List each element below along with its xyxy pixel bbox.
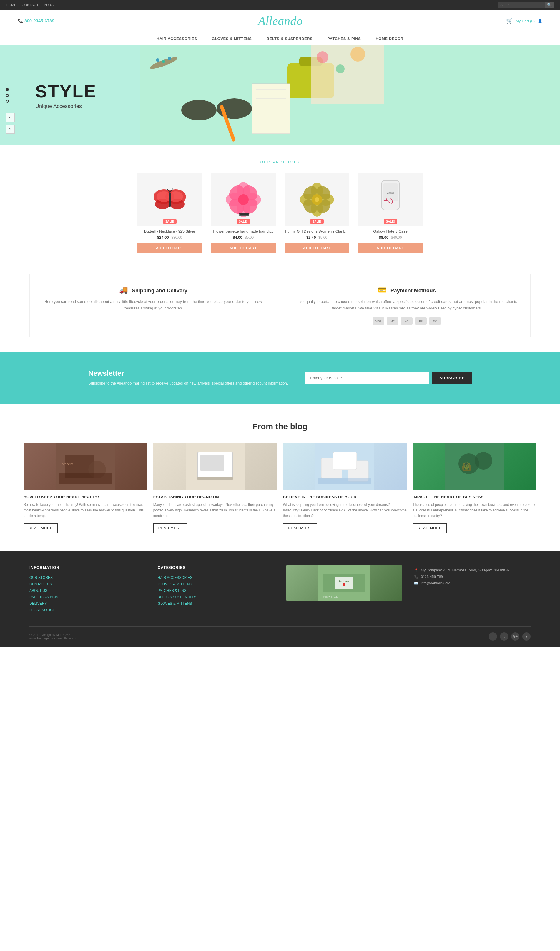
svg-rect-6	[252, 83, 290, 134]
blog-title: From the blog	[23, 422, 537, 432]
newsletter-title: Newsletter	[88, 369, 288, 378]
subscribe-button[interactable]: SUBSCRIBE	[432, 372, 472, 384]
newsletter-section: Newsletter Subscribe to the Alleando mai…	[0, 351, 560, 404]
footer-cat-patches[interactable]: PATCHES & PINS	[158, 589, 274, 593]
svg-text:Vogue: Vogue	[387, 191, 394, 194]
search-button[interactable]: 🔍	[545, 2, 554, 8]
nav-home[interactable]: HOME	[6, 3, 17, 7]
product-price-3: $2.40 $5.00	[285, 235, 349, 240]
shipping-box: 🚚 Shipping and Delivery Here you can rea…	[29, 274, 277, 337]
payment-icon-dc: DC	[429, 318, 441, 325]
footer-link-contact-us[interactable]: CONTACT US	[29, 582, 146, 586]
social-heart[interactable]: ♥	[522, 632, 531, 641]
svg-point-53	[384, 200, 387, 201]
newsletter-description: Subscribe to the Alleando mailing list t…	[88, 381, 288, 387]
footer-col-contact: 📍 My Company, 4578 Harmosa Road, Glasgow…	[414, 565, 531, 615]
read-more-btn-3[interactable]: READ MORE	[283, 524, 317, 533]
read-more-btn-1[interactable]: READ MORE	[23, 524, 58, 533]
svg-point-49	[315, 197, 319, 202]
payment-icon-mc: MC	[387, 318, 398, 325]
footer-link-about-us[interactable]: ABOUT US	[29, 589, 146, 593]
svg-point-18	[168, 57, 171, 60]
search-input[interactable]	[498, 2, 545, 8]
products-grid: SALE! Butterfly Necklace · 925 Silver $2…	[29, 173, 531, 253]
top-bar: HOME CONTACT BLOG 🔍	[0, 0, 560, 10]
dot-1[interactable]	[6, 88, 9, 91]
nav-blog[interactable]: BLOG	[44, 3, 54, 7]
footer-bottom: © 2017 Design by MotoCMS www.heritagechr…	[29, 626, 531, 641]
nav-contact[interactable]: CONTACT	[22, 3, 38, 7]
sale-badge-4: SALE!	[384, 219, 397, 224]
footer-cat-hair[interactable]: HAIR ACCESSORIES	[158, 576, 274, 580]
contact-phone: 📞 0123-456-789	[414, 575, 531, 579]
product-image-4: Vogue SALE!	[358, 173, 423, 226]
read-more-btn-2[interactable]: READ MORE	[153, 524, 188, 533]
footer-link-patches[interactable]: PATCHES & PINS	[29, 595, 146, 599]
svg-rect-61	[200, 455, 224, 471]
newsletter-text: Newsletter Subscribe to the Alleando mai…	[88, 369, 288, 387]
svg-rect-62	[197, 477, 233, 480]
product-price-4: $8.00 $40.00	[358, 235, 423, 240]
add-to-cart-btn-1[interactable]: ADD TO CART	[137, 243, 202, 253]
footer-cat-gloves[interactable]: GLOVES & MITTENS	[158, 582, 274, 586]
price-current-4: $8.00	[379, 235, 389, 240]
nav-hair-accessories[interactable]: HAIR ACCESSORIES	[157, 37, 197, 41]
main-nav: HAIR ACCESSORIES GLOVES & MITTENS BELTS …	[0, 32, 560, 45]
add-to-cart-btn-4[interactable]: ADD TO CART	[358, 243, 423, 253]
payment-title: 💳 Payment Methods	[292, 286, 522, 294]
footer-cat-gloves2[interactable]: GLOVES & MITTENS	[158, 601, 274, 606]
phone-number: 800-2345-6789	[18, 18, 54, 23]
cart-label: My Cart (0)	[515, 19, 535, 23]
product-image-2: SALE!	[211, 173, 276, 226]
sale-badge-2: SALE!	[237, 219, 250, 224]
hero-image-area	[140, 45, 560, 145]
svg-rect-67	[318, 478, 371, 484]
footer-grid: INFORMATION OUR STORES CONTACT US ABOUT …	[29, 565, 531, 615]
footer: INFORMATION OUR STORES CONTACT US ABOUT …	[0, 550, 560, 647]
add-to-cart-btn-3[interactable]: ADD TO CART	[285, 243, 349, 253]
social-twitter[interactable]: t	[500, 632, 508, 641]
user-icon[interactable]: 👤	[538, 19, 542, 23]
blog-image-4: 🙆	[412, 443, 537, 490]
newsletter-email-input[interactable]	[305, 372, 429, 384]
shipping-icon: 🚚	[119, 286, 128, 294]
svg-rect-25	[169, 192, 171, 207]
social-facebook[interactable]: f	[489, 632, 497, 641]
slider-prev[interactable]: <	[6, 113, 15, 122]
footer-link-legal[interactable]: LEGAL NOTICE	[29, 608, 146, 612]
social-icons: f t G+ ♥	[489, 632, 531, 641]
add-to-cart-btn-2[interactable]: ADD TO CART	[211, 243, 276, 253]
blog-card-2: ESTABLISHING YOUR BRAND ON... Many stude…	[153, 443, 277, 533]
svg-text:🙆: 🙆	[462, 462, 472, 472]
dot-2[interactable]	[6, 94, 9, 97]
nav-home-decor[interactable]: HOME DECOR	[375, 37, 403, 41]
social-googleplus[interactable]: G+	[511, 632, 519, 641]
cart-area[interactable]: 🛒 My Cart (0) 👤	[506, 18, 542, 24]
product-card-1: SALE! Butterfly Necklace · 925 Silver $2…	[137, 173, 202, 253]
top-bar-links: HOME CONTACT BLOG	[6, 3, 58, 7]
product-card-2: SALE! Flower barrette handmade hair cli.…	[211, 173, 276, 253]
price-old-2: $5.00	[245, 236, 254, 240]
svg-point-79	[343, 583, 346, 586]
nav-gloves-mittens[interactable]: GLOVES & MITTENS	[212, 37, 252, 41]
nav-belts-suspenders[interactable]: BELTS & SUSPENDERS	[266, 37, 312, 41]
nav-patches-pins[interactable]: PATCHES & PINS	[327, 37, 361, 41]
slider-next[interactable]: >	[6, 125, 15, 134]
svg-point-1	[181, 100, 217, 120]
product-name-4: Galaxy Note 3 Case	[358, 229, 423, 233]
footer-col-map: Glasgow ©2017 Google	[286, 565, 403, 615]
footer-url: www.heritagechristiancollege.com	[29, 637, 78, 640]
read-more-btn-4[interactable]: READ MORE	[412, 524, 447, 533]
payment-icon-pp: PP	[415, 318, 427, 325]
product-image-3: SALE!	[285, 173, 349, 226]
dot-3[interactable]	[6, 100, 9, 103]
logo: Alleando	[258, 14, 303, 28]
footer-cat-belts[interactable]: BELTS & SUSPENDERS	[158, 595, 274, 599]
hero-text: STYLE Unique Accessories	[35, 81, 97, 109]
footer-link-our-stores[interactable]: OUR STORES	[29, 576, 146, 580]
footer-link-delivery[interactable]: DELIVERY	[29, 601, 146, 606]
blog-post-title-1: HOW TO KEEP YOUR HEART HEALTHY	[23, 495, 148, 499]
product-name-1: Butterfly Necklace · 925 Silver	[137, 229, 202, 233]
blog-image-2	[153, 443, 277, 490]
blog-card-4: 🙆 IMPACT - THE HEART OF BUSINESS Thousan…	[412, 443, 537, 533]
